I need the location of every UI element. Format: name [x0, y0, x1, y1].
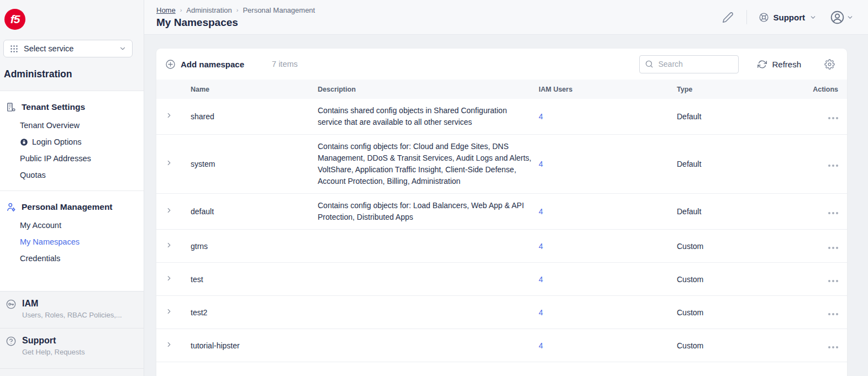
namespace-description: Contains config objects for: Load Balanc… — [318, 200, 539, 223]
row-actions-button[interactable] — [827, 278, 838, 284]
namespace-type: Default — [677, 112, 812, 121]
brush-icon[interactable] — [722, 12, 734, 23]
sidebar-item-quotas[interactable]: Quotas — [0, 167, 144, 183]
table-row: tutorial-hipster 4 Custom — [156, 329, 847, 362]
iam-users-link[interactable]: 4 — [539, 160, 543, 168]
sidebar-group-title: Personal Management — [22, 202, 113, 212]
account-menu[interactable] — [830, 10, 854, 25]
expand-row-button[interactable] — [165, 159, 173, 167]
sidebar-section-text: Support Get Help, Requests — [22, 335, 85, 356]
sidebar-section-heading: Administration — [4, 68, 72, 80]
sidebar-item-my-namespaces[interactable]: My Namespaces — [0, 234, 144, 250]
sidebar-section-iam[interactable]: IAM Users, Roles, RBAC Policies,... — [0, 291, 144, 328]
sidebar-item-credentials[interactable]: Credentials — [0, 250, 144, 267]
f5-logo[interactable]: f5 — [4, 9, 25, 30]
add-namespace-label: Add namespace — [181, 60, 244, 69]
expand-row-button[interactable] — [165, 241, 173, 249]
sidebar-group-title: Tenant Settings — [22, 102, 85, 112]
sidebar-section-support[interactable]: Support Get Help, Requests — [0, 328, 144, 368]
content-area: Add namespace 7 items Refresh Name Descr… — [144, 35, 868, 376]
row-actions-button[interactable] — [827, 245, 838, 251]
namespace-name: test — [191, 275, 318, 284]
add-namespace-button[interactable]: Add namespace — [165, 59, 244, 70]
expand-row-button[interactable] — [165, 274, 173, 282]
breadcrumb-separator-icon: › — [180, 7, 182, 13]
sidebar-section-title: IAM — [22, 298, 122, 310]
sidebar-item-public-ip-addresses[interactable]: Public IP Addresses — [0, 150, 144, 167]
iam-users-link[interactable]: 4 — [539, 341, 543, 350]
row-actions-button[interactable] — [827, 344, 838, 351]
sidebar-item-tenant-overview[interactable]: Tenant Overview — [0, 117, 144, 134]
breadcrumb-item-administration[interactable]: Administration — [186, 6, 232, 14]
service-selector[interactable]: Select service — [3, 40, 133, 57]
sidebar-group-header[interactable]: Personal Management — [0, 198, 144, 217]
search-input[interactable] — [658, 60, 733, 68]
column-header-iam-users[interactable]: IAM Users — [539, 86, 677, 93]
app-window: f5 Select service Administration Tenant … — [0, 0, 868, 376]
refresh-label: Refresh — [772, 60, 801, 69]
lifebuoy-icon — [759, 12, 769, 23]
iam-users-link[interactable]: 4 — [539, 275, 543, 284]
row-actions-button[interactable] — [827, 311, 838, 317]
sidebar-groups: Tenant Settings Tenant OverviewLogin Opt… — [0, 91, 144, 267]
expand-row-button[interactable] — [165, 341, 173, 348]
support-menu[interactable]: Support — [759, 12, 817, 23]
topbar-left: Home›Administration›Personal Management … — [144, 6, 315, 29]
namespace-name: system — [191, 160, 318, 168]
table-row: gtrns 4 Custom — [156, 230, 847, 263]
namespace-name: gtrns — [191, 242, 318, 251]
expand-row-button[interactable] — [165, 112, 173, 119]
row-actions-button[interactable] — [827, 162, 838, 169]
sidebar-item-label: Quotas — [20, 171, 46, 179]
table-row: test2 4 Custom — [156, 296, 847, 329]
sidebar-section-title: Support — [22, 335, 85, 347]
column-header-description[interactable]: Description — [318, 86, 539, 93]
sidebar-header: f5 Select service Administration — [0, 0, 144, 91]
row-actions-button[interactable] — [827, 115, 838, 121]
help-icon — [6, 336, 17, 347]
sidebar-group-header[interactable]: Tenant Settings — [0, 98, 144, 117]
table-row: test 4 Custom — [156, 263, 847, 296]
iam-users-link[interactable]: 4 — [539, 242, 543, 251]
expand-row-button[interactable] — [165, 206, 173, 214]
sidebar-item-my-account[interactable]: My Account — [0, 217, 144, 234]
sidebar-group-personal-management: Personal Management My AccountMy Namespa… — [0, 198, 144, 267]
sidebar: f5 Select service Administration Tenant … — [0, 0, 144, 376]
topbar: Home›Administration›Personal Management … — [144, 0, 868, 35]
f5-logo-text: f5 — [10, 13, 20, 26]
plus-circle-icon — [165, 59, 176, 70]
column-header-type[interactable]: Type — [677, 86, 812, 93]
sidebar-item-login-options[interactable]: Login Options — [0, 134, 144, 150]
search-icon — [645, 60, 654, 68]
namespace-type: Default — [677, 207, 812, 216]
gear-icon[interactable] — [824, 59, 835, 70]
namespace-name: default — [191, 207, 318, 216]
iam-users-link[interactable]: 4 — [539, 308, 543, 317]
refresh-button[interactable]: Refresh — [757, 60, 801, 69]
table-header: Name Description IAM Users Type Actions — [156, 80, 847, 99]
table-row: system Contains config objects for: Clou… — [156, 135, 847, 194]
sidebar-section-partial — [0, 368, 144, 376]
column-header-actions: Actions — [812, 86, 838, 93]
namespaces-card: Add namespace 7 items Refresh Name Descr… — [156, 49, 847, 376]
namespace-type: Custom — [677, 308, 812, 317]
table-row: shared Contains shared config objects in… — [156, 99, 847, 135]
sidebar-section-subtitle: Get Help, Requests — [22, 348, 85, 356]
chevron-down-icon — [809, 14, 817, 21]
sidebar-item-label: My Namespaces — [20, 237, 80, 246]
page-title: My Namespaces — [156, 17, 315, 29]
row-actions-button[interactable] — [827, 210, 838, 216]
refresh-icon — [757, 60, 767, 69]
namespace-type: Custom — [677, 242, 812, 251]
table-body: shared Contains shared config objects in… — [156, 99, 847, 362]
card-toolbar: Add namespace 7 items Refresh — [156, 49, 847, 80]
divider — [746, 10, 747, 24]
sidebar-item-label: Login Options — [32, 137, 81, 146]
iam-users-link[interactable]: 4 — [539, 112, 543, 121]
column-header-name[interactable]: Name — [191, 86, 318, 93]
breadcrumb-item-personal-management[interactable]: Personal Management — [243, 6, 315, 14]
breadcrumb-item-home[interactable]: Home — [156, 6, 176, 14]
namespace-type: Custom — [677, 275, 812, 284]
expand-row-button[interactable] — [165, 308, 173, 315]
iam-users-link[interactable]: 4 — [539, 207, 543, 216]
